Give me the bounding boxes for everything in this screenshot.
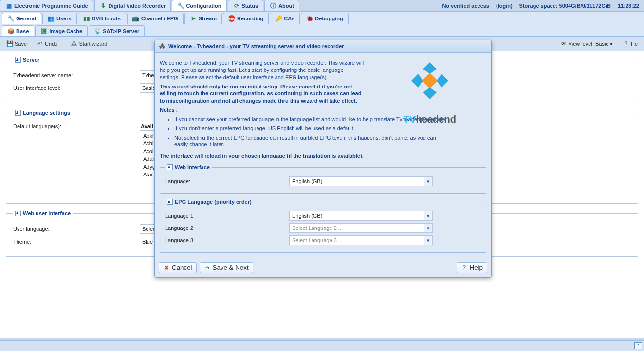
users-icon: 👥 <box>48 15 55 22</box>
wrench-icon: 🔧 <box>7 15 14 22</box>
tab-recording[interactable]: RECRecording <box>223 13 269 24</box>
wand-icon: ⁂ <box>159 43 166 50</box>
modal-help-button[interactable]: ?Help <box>457 262 487 273</box>
chevron-down-icon[interactable]: ▾ <box>424 223 433 233</box>
lang3-combo[interactable] <box>289 235 424 245</box>
svg-marker-0 <box>423 62 437 74</box>
svg-marker-3 <box>411 74 423 88</box>
help-button[interactable]: ?He <box>619 39 641 49</box>
rec-icon: REC <box>228 15 235 22</box>
tab-dvb-inputs[interactable]: ▮▮DVB Inputs <box>78 13 126 24</box>
epg-icon: ▦ <box>5 2 12 9</box>
modal-footer: ✖Cancel ➔Save & Next ?Help <box>155 258 491 277</box>
undo-button[interactable]: ↶Undo <box>33 39 61 49</box>
chevron-down-icon[interactable]: ▾ <box>424 235 433 245</box>
ui-level-label: User interface level: <box>13 85 140 91</box>
collapse-icon[interactable] <box>167 164 173 170</box>
satellite-icon: 📡 <box>94 28 101 35</box>
tab-status[interactable]: ⟳Status <box>228 0 264 11</box>
modal-title-bar[interactable]: ⁂ Welcome - Tvheadend - your TV streamin… <box>155 40 491 53</box>
general-tabs: 📦Base 🖼Image Cache 📡SAT>IP Server <box>0 24 644 37</box>
header-status: No verified access (login) Storage space… <box>437 0 644 11</box>
notes-heading: Notes <box>160 107 175 113</box>
theme-label: Theme: <box>13 239 140 245</box>
help-icon: ? <box>623 40 629 47</box>
login-link[interactable]: (login) <box>496 3 513 9</box>
tab-image-cache[interactable]: 🖼Image Cache <box>35 25 88 36</box>
tab-general[interactable]: 🔧General <box>2 13 41 24</box>
key-icon: 🔑 <box>275 15 282 22</box>
clock: 11:23:22 <box>618 3 639 9</box>
default-languages-label: Default language(s): <box>13 123 140 129</box>
main-tabs: ▦Electronic Programme Guide ⬇Digital Vid… <box>0 0 644 12</box>
wand-icon: ⁂ <box>71 40 77 47</box>
save-button[interactable]: 💾Save <box>3 39 30 49</box>
collapse-icon[interactable] <box>167 199 173 205</box>
lang3-label: Language 3: <box>165 237 289 243</box>
stream-icon: ➤ <box>190 15 197 22</box>
tab-about[interactable]: ⓘAbout <box>264 0 299 11</box>
tab-base[interactable]: 📦Base <box>2 25 34 36</box>
image-icon: 🖼 <box>40 28 47 35</box>
toolbar-separator <box>64 39 64 48</box>
svg-marker-2 <box>423 88 437 99</box>
collapse-icon[interactable] <box>15 110 21 116</box>
wizard-modal: ⁂ Welcome - Tvheadend - your TV streamin… <box>154 40 492 278</box>
info-icon: ⓘ <box>270 2 276 9</box>
card-icon: ▮▮ <box>83 15 90 22</box>
bottom-bar: ⌃ <box>0 340 644 351</box>
modal-title: Welcome - Tvheadend - your TV streaming … <box>168 43 344 49</box>
status-icon: ⟳ <box>233 2 240 9</box>
save-icon: 💾 <box>6 40 13 47</box>
wrench-icon: 🔧 <box>177 2 184 9</box>
arrow-right-icon: ➔ <box>204 264 211 271</box>
chevron-down-icon: ▾ <box>610 41 613 47</box>
tab-dvr[interactable]: ⬇Digital Video Recorder <box>94 0 171 11</box>
view-level-button[interactable]: 👁View level: Basic▾ <box>557 39 616 49</box>
dvr-icon: ⬇ <box>100 2 107 9</box>
note-item: Not selecting the correct EPG language c… <box>174 134 447 149</box>
tv-icon: 📺 <box>132 15 139 22</box>
lang-legend: Language settings <box>23 110 70 116</box>
web-language-label: Language: <box>165 178 289 184</box>
lang1-combo[interactable] <box>289 211 424 221</box>
tab-configuration[interactable]: 🔧Configuration <box>172 0 226 11</box>
undo-icon: ↶ <box>37 40 43 47</box>
reload-note: The interface will reload in your chosen… <box>160 153 364 158</box>
cancel-button[interactable]: ✖Cancel <box>159 262 197 273</box>
web-language-combo[interactable] <box>289 176 424 186</box>
note-item: If you don't enter a preferred language,… <box>174 125 447 132</box>
start-wizard-button[interactable]: ⁂Start wizard <box>67 39 110 49</box>
tvheadend-logo: TVheadend <box>381 57 478 125</box>
wizard-warning: This wizard should only be run on initia… <box>160 84 361 104</box>
tab-satip-server[interactable]: 📡SAT>IP Server <box>89 25 145 36</box>
epg-language-fieldset: EPG Language (priority order) Language 1… <box>160 199 486 253</box>
server-legend: Server <box>23 57 39 63</box>
save-next-button[interactable]: ➔Save & Next <box>200 262 253 273</box>
tab-users[interactable]: 👥Users <box>42 13 77 24</box>
lang1-label: Language 1: <box>165 213 289 219</box>
tab-epg[interactable]: ▦Electronic Programme Guide <box>0 0 93 11</box>
storage: Storage space: 5004GiB/0/11172GiB <box>519 3 611 9</box>
chevron-down-icon[interactable]: ▾ <box>424 211 433 221</box>
web-interface-fieldset: Web interface Language: ▾ <box>160 164 486 194</box>
chevron-down-icon[interactable]: ▾ <box>424 176 433 186</box>
lang2-combo[interactable] <box>289 223 424 233</box>
lang2-label: Language 2: <box>165 225 289 231</box>
collapse-icon[interactable] <box>15 57 21 63</box>
user-language-label: User language: <box>13 226 140 232</box>
eye-icon: 👁 <box>560 40 567 47</box>
server-name-label: Tvheadend server name: <box>13 72 140 78</box>
box-icon: 📦 <box>7 28 14 35</box>
svg-marker-4 <box>422 73 438 88</box>
tab-debugging[interactable]: 🐞Debugging <box>301 13 348 24</box>
tab-stream[interactable]: ➤Stream <box>184 13 222 24</box>
tab-channel-epg[interactable]: 📺Channel / EPG <box>127 13 184 24</box>
config-tabs: 🔧General 👥Users ▮▮DVB Inputs 📺Channel / … <box>0 12 644 24</box>
wizard-intro: Welcome to Tvheadend, your TV streaming … <box>160 60 326 66</box>
collapse-icon[interactable] <box>15 211 21 216</box>
bug-icon: 🐞 <box>306 15 313 22</box>
tab-cas[interactable]: 🔑CAs <box>270 13 300 24</box>
svg-marker-1 <box>437 74 448 88</box>
expand-icon[interactable]: ⌃ <box>634 342 642 349</box>
